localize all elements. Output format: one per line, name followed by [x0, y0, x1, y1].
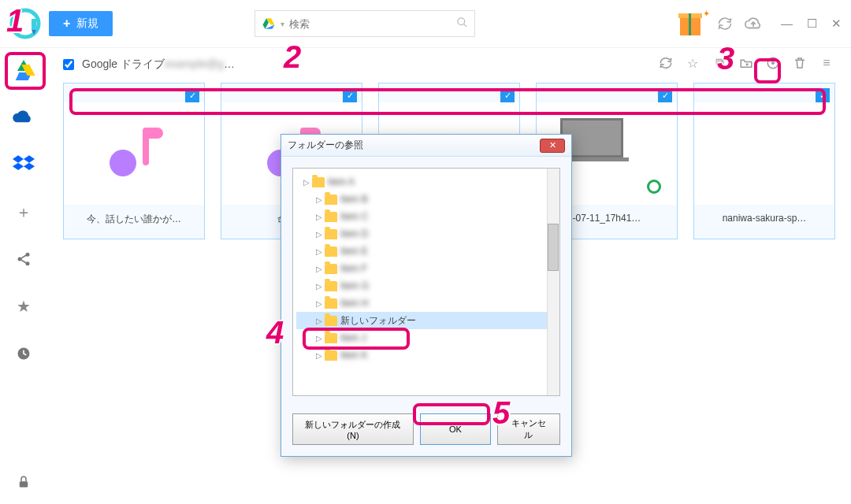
- action-move-icon[interactable]: [738, 56, 755, 73]
- tree-item-label: Item G: [340, 280, 369, 291]
- card-label: naniwa-sakura-sp…: [694, 205, 834, 236]
- tree-expand-icon[interactable]: ▷: [314, 282, 325, 291]
- action-more-icon[interactable]: ≡: [818, 56, 835, 73]
- folder-icon: [325, 246, 337, 257]
- action-sync-icon[interactable]: [657, 56, 674, 73]
- card-check-icon[interactable]: ✓: [816, 88, 830, 102]
- sidebar-item-lock[interactable]: [0, 475, 47, 493]
- plus-icon: +: [63, 17, 70, 31]
- tree-item[interactable]: ▷Item G: [296, 277, 556, 295]
- chevron-down-icon[interactable]: ▾: [281, 20, 284, 28]
- sidebar: ＋ ★: [0, 48, 47, 504]
- sidebar-item-onedrive[interactable]: [9, 103, 38, 132]
- tree-item[interactable]: ▷Item D: [296, 225, 556, 243]
- action-star-icon[interactable]: ☆: [684, 56, 701, 73]
- folder-icon: [325, 264, 337, 274]
- card-check-icon[interactable]: ✓: [185, 88, 199, 102]
- new-folder-button[interactable]: 新しいフォルダーの作成(N): [292, 413, 414, 445]
- tree-expand-icon[interactable]: ▷: [314, 247, 325, 256]
- folder-icon: [325, 212, 337, 222]
- tree-item-label: Item E: [340, 246, 368, 257]
- search-box[interactable]: ▾: [255, 10, 475, 37]
- tree-expand-icon[interactable]: ▷: [314, 317, 325, 325]
- card-label: 今、話したい誰かが…: [64, 205, 204, 239]
- card-check-icon[interactable]: ✓: [658, 88, 672, 102]
- svg-line-6: [464, 24, 467, 27]
- maximize-button[interactable]: ☐: [807, 17, 817, 31]
- search-input[interactable]: [289, 18, 456, 30]
- tree-item[interactable]: ▷Item F: [296, 260, 556, 277]
- card-check-icon[interactable]: ✓: [343, 88, 357, 102]
- tree-expand-icon[interactable]: ▷: [314, 265, 325, 273]
- folder-tree[interactable]: ▷Item A▷Item B▷Item C▷Item D▷Item E▷Item…: [292, 168, 560, 396]
- action-copy-icon[interactable]: ⧉: [711, 56, 728, 73]
- sidebar-item-add[interactable]: ＋: [9, 198, 38, 226]
- tree-item-label: 新しいフォルダー: [340, 314, 416, 328]
- tree-item-label: Item A: [328, 176, 355, 187]
- select-all-checkbox[interactable]: [63, 59, 74, 70]
- tree-item[interactable]: ▷Item J: [296, 329, 556, 346]
- tree-item-label: Item H: [340, 298, 368, 309]
- tree-expand-icon[interactable]: ▷: [314, 351, 325, 360]
- svg-marker-7: [13, 155, 24, 162]
- tree-expand-icon[interactable]: ▷: [301, 178, 312, 187]
- svg-marker-10: [24, 163, 35, 170]
- svg-line-14: [21, 255, 27, 258]
- app-logo: [9, 8, 41, 39]
- tree-scrollbar[interactable]: [547, 169, 559, 395]
- card-check-icon[interactable]: ✓: [500, 88, 515, 102]
- new-button-label: 新規: [76, 17, 98, 31]
- tree-item[interactable]: ▷Item E: [296, 243, 556, 260]
- breadcrumb-path[interactable]: Google ドライブexample@g…: [82, 57, 235, 72]
- tree-item[interactable]: ▷Item B: [296, 191, 556, 208]
- folder-icon: [325, 316, 337, 326]
- tree-item-label: Item K: [340, 350, 368, 361]
- cancel-button[interactable]: キャンセル: [497, 413, 560, 445]
- dialog-close-button[interactable]: ✕: [540, 139, 565, 153]
- tree-item[interactable]: ▷Item C: [296, 208, 556, 225]
- action-delete-icon[interactable]: [791, 56, 808, 73]
- dialog-titlebar[interactable]: フォルダーの参照 ✕: [281, 135, 571, 157]
- file-card[interactable]: ✓ naniwa-sakura-sp…: [693, 83, 835, 239]
- sidebar-item-recent[interactable]: [9, 339, 38, 368]
- ok-button[interactable]: OK: [420, 413, 491, 445]
- tree-expand-icon[interactable]: ▷: [314, 299, 325, 308]
- folder-icon: [325, 195, 337, 205]
- tree-item[interactable]: ▷新しいフォルダー: [296, 312, 556, 329]
- tree-item-label: Item J: [340, 332, 366, 343]
- action-download-icon[interactable]: [764, 56, 782, 73]
- sidebar-item-gdrive[interactable]: [9, 56, 38, 84]
- cloud-upload-icon[interactable]: [745, 15, 762, 32]
- gift-icon[interactable]: ✦: [678, 12, 705, 35]
- tree-expand-icon[interactable]: ▷: [314, 334, 325, 343]
- tree-expand-icon[interactable]: ▷: [314, 213, 325, 221]
- sync-icon[interactable]: [716, 15, 734, 32]
- tree-expand-icon[interactable]: ▷: [314, 230, 325, 239]
- search-icon[interactable]: [456, 17, 468, 31]
- tree-item[interactable]: ▷Item K: [296, 346, 556, 364]
- minimize-button[interactable]: —: [781, 17, 793, 31]
- tree-expand-icon[interactable]: ▷: [314, 195, 325, 204]
- tree-item-label: Item C: [340, 211, 368, 222]
- folder-browse-dialog: フォルダーの参照 ✕ ▷Item A▷Item B▷Item C▷Item D▷…: [281, 134, 572, 457]
- sidebar-item-share[interactable]: [9, 245, 38, 273]
- folder-icon: [325, 350, 337, 361]
- folder-icon: [312, 177, 325, 187]
- dialog-body: ▷Item A▷Item B▷Item C▷Item D▷Item E▷Item…: [281, 157, 571, 407]
- tree-item[interactable]: ▷Item A: [296, 173, 556, 191]
- folder-icon: [325, 281, 337, 291]
- svg-marker-8: [24, 155, 35, 162]
- sidebar-item-dropbox[interactable]: [9, 150, 38, 179]
- tree-item-label: Item B: [340, 194, 368, 205]
- new-button[interactable]: + 新規: [49, 11, 113, 36]
- card-thumb: [64, 102, 204, 205]
- file-card[interactable]: ✓ 今、話したい誰かが…: [63, 83, 205, 239]
- sidebar-item-favorites[interactable]: ★: [9, 292, 38, 321]
- tree-item[interactable]: ▷Item H: [296, 295, 556, 312]
- svg-marker-9: [13, 163, 24, 170]
- top-bar: + 新規 ▾ ✦ — ☐ ✕: [0, 0, 851, 47]
- tree-scroll-thumb[interactable]: [548, 224, 559, 271]
- close-button[interactable]: ✕: [831, 17, 842, 31]
- svg-rect-17: [20, 481, 28, 487]
- folder-icon: [325, 298, 337, 309]
